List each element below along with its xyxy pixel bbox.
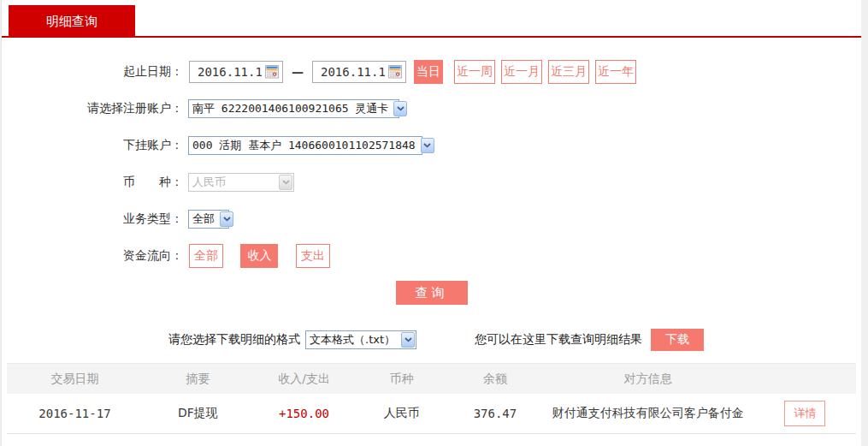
download-row: 请您选择下载明细的格式 文本格式（.txt） 您可以在这里下载查询明细结果 下载 [168,329,861,351]
end-date-wrap [312,61,406,83]
chevron-down-icon [220,211,233,227]
business-type-label: 业务类型： [2,211,183,227]
date-range-row: 起止日期： — [2,60,861,84]
download-button[interactable]: 下载 [651,329,704,351]
header-trade-date: 交易日期 [7,372,143,387]
cell-counterparty: 财付通支付科技有限公司客户备付金 [542,406,754,421]
quick-range-month-button[interactable]: 近一月 [501,60,542,84]
cell-amount: +150.00 [253,407,355,420]
sub-account-select[interactable]: 000 活期 基本户 1406600101102571848 [188,136,422,155]
fund-flow-label: 资金流向： [2,248,183,264]
chevron-down-icon [393,101,407,116]
fund-flow-all-button[interactable]: 全部 [189,244,223,268]
cell-action: 详情 [754,401,856,426]
results-table: 交易日期 摘要 收入/支出 币种 余额 对方信息 2016-11-17 DF提现… [7,363,856,434]
download-format-value: 文本格式（.txt） [310,332,400,348]
header-currency: 币种 [355,372,448,387]
calendar-icon[interactable] [388,65,402,81]
header-income-expense: 收入/支出 [253,372,355,387]
quick-range-today-button[interactable]: 当日 [414,60,443,84]
register-account-row: 请选择注册账户： 南平 6222001406100921065 灵通卡 [2,97,861,121]
currency-row: 币 种： 人民币 [2,170,861,194]
chevron-down-icon [401,332,415,348]
quick-range-year-button[interactable]: 近一年 [595,60,636,84]
tab-bar: 明细查询 [2,0,861,38]
chevron-down-icon [279,175,292,190]
header-counterparty: 对方信息 [542,372,754,387]
fund-flow-expense-button[interactable]: 支出 [296,244,330,268]
currency-label: 币 种： [2,175,183,190]
quick-range-week-button[interactable]: 近一周 [454,60,495,84]
business-type-value: 全部 [192,211,220,227]
fund-flow-row: 资金流向： 全部 收入 支出 [2,244,861,268]
chevron-down-icon [421,138,434,153]
start-date-wrap [189,61,283,83]
cell-summary: DF提现 [143,406,253,421]
sub-account-value: 000 活期 基本户 1406600101102571848 [192,138,421,153]
calendar-icon[interactable] [265,65,279,81]
register-account-label: 请选择注册账户： [2,101,183,116]
fund-flow-income-button[interactable]: 收入 [240,244,278,268]
cell-currency: 人民币 [355,406,448,421]
table-row: 2016-11-17 DF提现 +150.00 人民币 376.47 财付通支付… [7,394,856,434]
query-form: 起止日期： — [2,38,861,305]
detail-button[interactable]: 详情 [784,401,825,426]
business-type-row: 业务类型： 全部 [2,207,861,231]
download-format-select[interactable]: 文本格式（.txt） [305,330,416,349]
cell-balance: 376.47 [448,407,541,420]
sub-account-label: 下挂账户： [2,138,183,153]
download-hint: 您可以在这里下载查询明细结果 [475,332,642,348]
date-separator: — [292,65,304,79]
tab-detail-query[interactable]: 明细查询 [9,5,135,38]
query-button[interactable]: 查询 [396,281,468,305]
download-format-label: 请您选择下载明细的格式 [168,332,300,348]
header-summary: 摘要 [143,372,253,387]
register-account-value: 南平 6222001406100921065 灵通卡 [192,101,393,116]
cell-trade-date: 2016-11-17 [7,407,143,420]
business-type-select[interactable]: 全部 [188,210,229,229]
table-header-row: 交易日期 摘要 收入/支出 币种 余额 对方信息 [7,363,856,394]
currency-select: 人民币 [188,173,294,192]
sub-account-row: 下挂账户： 000 活期 基本户 1406600101102571848 [2,134,861,158]
register-account-select[interactable]: 南平 6222001406100921065 灵通卡 [188,99,399,118]
quick-range-quarter-button[interactable]: 近三月 [548,60,589,84]
main-panel: 明细查询 起止日期： [1,0,861,446]
header-balance: 余额 [448,372,541,387]
currency-value: 人民币 [192,175,231,190]
date-range-label: 起止日期： [2,64,183,80]
